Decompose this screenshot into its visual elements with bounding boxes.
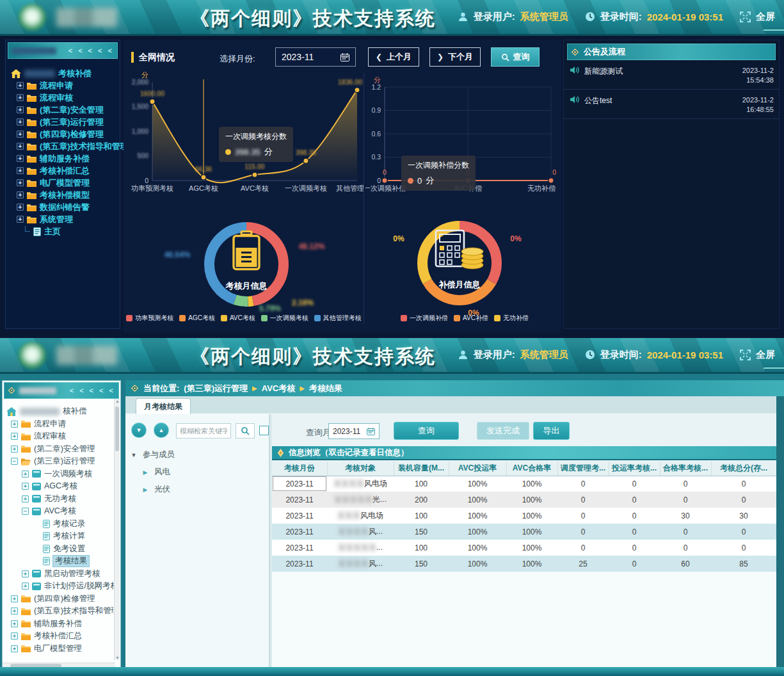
- tree-item[interactable]: +(第五章)技术指导和管理: [11, 140, 117, 152]
- column-header[interactable]: AVC合格率: [506, 462, 557, 476]
- tree-item[interactable]: +一次调频考核: [6, 468, 119, 481]
- tree-item[interactable]: +黑启动管理考核: [6, 568, 119, 581]
- breadcrumb-part[interactable]: 考核结果: [309, 383, 342, 394]
- tree-item[interactable]: +数据纠错告警: [11, 201, 117, 213]
- tree-item[interactable]: +流程申请: [11, 79, 117, 92]
- tree-item[interactable]: +考核补偿模型: [11, 189, 117, 201]
- tree-expand-toggle[interactable]: +: [11, 632, 18, 640]
- tree-expand-toggle[interactable]: +: [17, 94, 24, 101]
- expand-all-button[interactable]: ▼: [131, 422, 147, 438]
- target-cell[interactable]: 某某某某风电场: [327, 476, 394, 492]
- participants-root[interactable]: ▼参与成员: [131, 446, 265, 463]
- announcement-item[interactable]: 公告test2023-11-216:48:55: [564, 90, 779, 119]
- legend-item[interactable]: 一次调频补偿: [401, 314, 448, 323]
- tree-expand-toggle[interactable]: +: [17, 131, 24, 138]
- tree-item[interactable]: −AVC考核: [6, 505, 119, 518]
- sidebar-vertical-scrollbar[interactable]: ▲ ▼: [114, 399, 120, 660]
- table-row[interactable]: 2023-11某某某某某...100100%100%0000: [272, 540, 776, 556]
- month-cell[interactable]: 2023-11: [272, 524, 327, 540]
- tree-expand-toggle[interactable]: +: [22, 483, 29, 490]
- tree-expand-toggle[interactable]: +: [11, 446, 18, 453]
- tree-item[interactable]: +(第四章)检修管理: [6, 593, 119, 606]
- target-cell[interactable]: 某某某某某...: [327, 540, 394, 556]
- legend-item[interactable]: AGC考核: [179, 314, 215, 323]
- scroll-up-arrow[interactable]: ▲: [115, 399, 120, 403]
- prev-month-button[interactable]: ❮ 上个月: [368, 47, 419, 67]
- column-header[interactable]: 考核总分(存...: [711, 462, 776, 476]
- tab-month-results[interactable]: 月考核结果: [136, 398, 191, 414]
- scroll-down-arrow[interactable]: ▼: [115, 656, 120, 660]
- month-cell[interactable]: 2023-11: [272, 540, 327, 556]
- sidebar-collapse-arrows[interactable]: < < < < <: [70, 387, 115, 394]
- fullscreen-label[interactable]: 全屏: [756, 349, 775, 361]
- tree-item[interactable]: +辅助服务补偿: [6, 618, 119, 631]
- send-complete-button[interactable]: 发送完成: [477, 422, 529, 440]
- target-cell[interactable]: 某某某某风...: [327, 556, 394, 572]
- select-checkbox[interactable]: [259, 426, 269, 435]
- column-header[interactable]: 调度管理考...: [557, 462, 609, 476]
- legend-item[interactable]: 其他管理考核: [314, 314, 362, 323]
- month-cell[interactable]: 2023-11: [272, 556, 327, 572]
- tree-item[interactable]: +电厂模型管理: [6, 643, 119, 656]
- month-cell[interactable]: 2023-11: [272, 508, 327, 524]
- tree-item[interactable]: +(第二章)安全管理: [6, 443, 119, 456]
- tree-expand-toggle[interactable]: +: [17, 191, 24, 198]
- sidebar-header[interactable]: < < < < <: [8, 42, 118, 59]
- participants-item[interactable]: ▶风电: [131, 463, 265, 481]
- table-row[interactable]: 2023-11某某某某风...150100%100%0000: [272, 524, 776, 540]
- legend-item[interactable]: 功率预测考核: [126, 314, 173, 323]
- assessment-donut-chart[interactable]: 考核月信息 48.12%2.16%5.79%46.04%: [198, 216, 294, 312]
- target-cell[interactable]: 某某某风电场: [327, 508, 394, 524]
- search-button[interactable]: [236, 423, 255, 439]
- tree-item[interactable]: +(第五章)技术指导和管理: [6, 605, 119, 618]
- tree-item[interactable]: +考核补偿模型: [6, 655, 119, 656]
- tree-item[interactable]: +考核补偿汇总: [6, 630, 119, 643]
- tree-item[interactable]: 考核结果: [6, 555, 119, 568]
- target-cell[interactable]: 某某某某某光...: [327, 492, 394, 508]
- query-month-picker[interactable]: 2023-11: [328, 423, 380, 439]
- column-header[interactable]: 考核对象: [327, 462, 394, 476]
- tree-item[interactable]: +(第三章)运行管理: [11, 116, 117, 128]
- compensation-donut-chart[interactable]: 补偿月信息 0%0%0%: [412, 215, 508, 311]
- month-picker[interactable]: 2023-11: [275, 47, 356, 67]
- legend-item[interactable]: 无功补偿: [494, 314, 529, 323]
- tree-item[interactable]: 免考设置: [6, 543, 119, 556]
- tree-item[interactable]: +流程申请: [6, 418, 119, 431]
- tree-item[interactable]: +系统管理: [11, 213, 117, 225]
- column-header[interactable]: 投运率考核...: [609, 462, 660, 476]
- tree-item[interactable]: +(第四章)检修管理: [11, 128, 117, 140]
- breadcrumb-part[interactable]: (第三章)运行管理: [184, 383, 248, 394]
- tree-expand-toggle[interactable]: +: [11, 620, 18, 627]
- collapse-all-button[interactable]: ▲: [154, 422, 169, 438]
- tree-expand-toggle[interactable]: +: [11, 645, 18, 652]
- sidebar-collapse-arrows[interactable]: < < < < <: [68, 47, 114, 54]
- sidebar-header[interactable]: < < < < <: [4, 382, 119, 399]
- tree-item[interactable]: 考核记录: [6, 518, 119, 531]
- tree-expand-toggle[interactable]: +: [17, 143, 24, 150]
- export-button[interactable]: 导出: [533, 422, 570, 440]
- fullscreen-icon[interactable]: [740, 350, 751, 360]
- legend-item[interactable]: 一次调频考核: [261, 314, 308, 323]
- tree-expand-toggle[interactable]: +: [22, 570, 29, 577]
- query-button[interactable]: 查询: [394, 422, 459, 440]
- tree-expand-toggle[interactable]: +: [22, 583, 29, 590]
- tree-expand-toggle[interactable]: +: [17, 155, 24, 162]
- legend-item[interactable]: AVC考核: [221, 314, 255, 323]
- fullscreen-icon[interactable]: [740, 12, 751, 22]
- tree-item[interactable]: +非计划停运/脱网考核: [6, 580, 119, 593]
- scrollbar-thumb[interactable]: [115, 406, 119, 451]
- column-header[interactable]: AVC投运率: [449, 462, 506, 476]
- legend-item[interactable]: AVC补偿: [454, 314, 488, 323]
- tree-expand-toggle[interactable]: +: [22, 471, 29, 478]
- table-row[interactable]: 2023-11某某某某风...150100%100%2506085: [272, 556, 776, 572]
- column-header[interactable]: 考核月份: [272, 462, 327, 476]
- next-month-button[interactable]: ❯ 下个月: [429, 47, 481, 67]
- announcement-item[interactable]: 新能源测试2023-11-215:54:38: [564, 60, 779, 90]
- tree-expand-toggle[interactable]: +: [11, 595, 18, 602]
- search-input[interactable]: [176, 423, 231, 439]
- participants-item[interactable]: ▶光伏: [131, 481, 265, 498]
- tree-item-home[interactable]: 主页: [11, 225, 117, 237]
- tree-expand-toggle[interactable]: +: [17, 216, 24, 223]
- tree-root[interactable]: 核补偿: [6, 405, 119, 418]
- right-edge-scroll-strip[interactable]: [776, 396, 784, 667]
